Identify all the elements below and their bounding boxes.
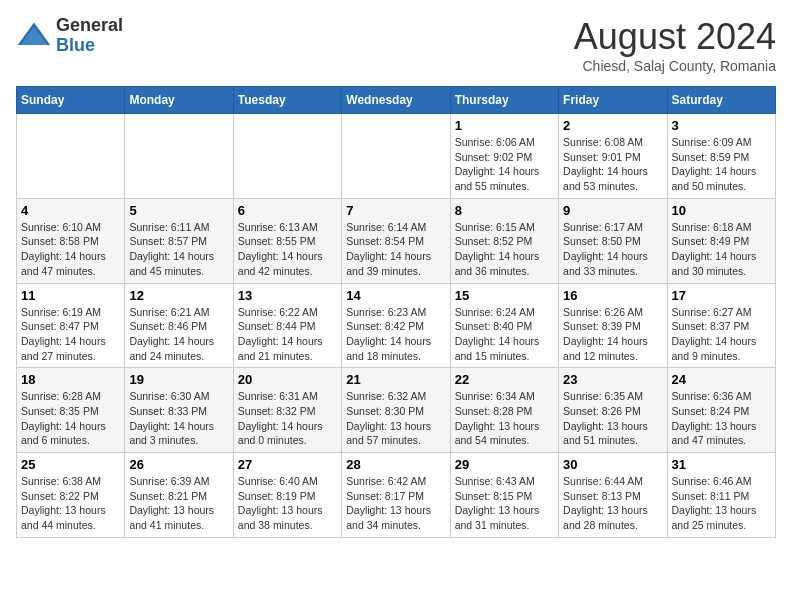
day-number: 29 xyxy=(455,457,554,472)
calendar-cell: 22Sunrise: 6:34 AMSunset: 8:28 PMDayligh… xyxy=(450,368,558,453)
day-info: Sunrise: 6:15 AMSunset: 8:52 PMDaylight:… xyxy=(455,220,554,279)
day-number: 9 xyxy=(563,203,662,218)
day-info: Sunrise: 6:19 AMSunset: 8:47 PMDaylight:… xyxy=(21,305,120,364)
day-info: Sunrise: 6:35 AMSunset: 8:26 PMDaylight:… xyxy=(563,389,662,448)
day-number: 13 xyxy=(238,288,337,303)
day-info: Sunrise: 6:28 AMSunset: 8:35 PMDaylight:… xyxy=(21,389,120,448)
day-number: 27 xyxy=(238,457,337,472)
calendar-week-4: 18Sunrise: 6:28 AMSunset: 8:35 PMDayligh… xyxy=(17,368,776,453)
calendar-cell: 21Sunrise: 6:32 AMSunset: 8:30 PMDayligh… xyxy=(342,368,450,453)
calendar-cell: 23Sunrise: 6:35 AMSunset: 8:26 PMDayligh… xyxy=(559,368,667,453)
day-info: Sunrise: 6:11 AMSunset: 8:57 PMDaylight:… xyxy=(129,220,228,279)
calendar-cell: 9Sunrise: 6:17 AMSunset: 8:50 PMDaylight… xyxy=(559,198,667,283)
logo-icon xyxy=(16,18,52,54)
calendar-cell: 8Sunrise: 6:15 AMSunset: 8:52 PMDaylight… xyxy=(450,198,558,283)
calendar-cell: 7Sunrise: 6:14 AMSunset: 8:54 PMDaylight… xyxy=(342,198,450,283)
month-title: August 2024 xyxy=(574,16,776,58)
calendar-week-3: 11Sunrise: 6:19 AMSunset: 8:47 PMDayligh… xyxy=(17,283,776,368)
day-number: 24 xyxy=(672,372,771,387)
calendar-cell xyxy=(233,114,341,199)
calendar-cell: 2Sunrise: 6:08 AMSunset: 9:01 PMDaylight… xyxy=(559,114,667,199)
day-number: 8 xyxy=(455,203,554,218)
day-info: Sunrise: 6:38 AMSunset: 8:22 PMDaylight:… xyxy=(21,474,120,533)
day-info: Sunrise: 6:24 AMSunset: 8:40 PMDaylight:… xyxy=(455,305,554,364)
calendar-cell: 28Sunrise: 6:42 AMSunset: 8:17 PMDayligh… xyxy=(342,453,450,538)
calendar-week-2: 4Sunrise: 6:10 AMSunset: 8:58 PMDaylight… xyxy=(17,198,776,283)
location-subtitle: Chiesd, Salaj County, Romania xyxy=(574,58,776,74)
weekday-header-wednesday: Wednesday xyxy=(342,87,450,114)
day-info: Sunrise: 6:46 AMSunset: 8:11 PMDaylight:… xyxy=(672,474,771,533)
calendar-cell: 4Sunrise: 6:10 AMSunset: 8:58 PMDaylight… xyxy=(17,198,125,283)
calendar-cell: 25Sunrise: 6:38 AMSunset: 8:22 PMDayligh… xyxy=(17,453,125,538)
day-number: 19 xyxy=(129,372,228,387)
day-number: 16 xyxy=(563,288,662,303)
day-number: 15 xyxy=(455,288,554,303)
calendar-cell xyxy=(342,114,450,199)
day-number: 26 xyxy=(129,457,228,472)
day-number: 31 xyxy=(672,457,771,472)
day-number: 7 xyxy=(346,203,445,218)
day-number: 3 xyxy=(672,118,771,133)
day-number: 30 xyxy=(563,457,662,472)
day-number: 25 xyxy=(21,457,120,472)
day-number: 14 xyxy=(346,288,445,303)
day-number: 2 xyxy=(563,118,662,133)
day-number: 4 xyxy=(21,203,120,218)
weekday-header-friday: Friday xyxy=(559,87,667,114)
calendar-cell: 31Sunrise: 6:46 AMSunset: 8:11 PMDayligh… xyxy=(667,453,775,538)
day-info: Sunrise: 6:32 AMSunset: 8:30 PMDaylight:… xyxy=(346,389,445,448)
calendar-cell: 10Sunrise: 6:18 AMSunset: 8:49 PMDayligh… xyxy=(667,198,775,283)
day-number: 17 xyxy=(672,288,771,303)
day-number: 1 xyxy=(455,118,554,133)
day-info: Sunrise: 6:34 AMSunset: 8:28 PMDaylight:… xyxy=(455,389,554,448)
day-info: Sunrise: 6:17 AMSunset: 8:50 PMDaylight:… xyxy=(563,220,662,279)
day-info: Sunrise: 6:22 AMSunset: 8:44 PMDaylight:… xyxy=(238,305,337,364)
weekday-header-thursday: Thursday xyxy=(450,87,558,114)
day-number: 11 xyxy=(21,288,120,303)
day-number: 21 xyxy=(346,372,445,387)
calendar-cell: 11Sunrise: 6:19 AMSunset: 8:47 PMDayligh… xyxy=(17,283,125,368)
weekday-header-saturday: Saturday xyxy=(667,87,775,114)
calendar-body: 1Sunrise: 6:06 AMSunset: 9:02 PMDaylight… xyxy=(17,114,776,538)
calendar-cell: 5Sunrise: 6:11 AMSunset: 8:57 PMDaylight… xyxy=(125,198,233,283)
calendar-cell: 26Sunrise: 6:39 AMSunset: 8:21 PMDayligh… xyxy=(125,453,233,538)
calendar-cell: 12Sunrise: 6:21 AMSunset: 8:46 PMDayligh… xyxy=(125,283,233,368)
day-number: 20 xyxy=(238,372,337,387)
weekday-header-monday: Monday xyxy=(125,87,233,114)
day-info: Sunrise: 6:23 AMSunset: 8:42 PMDaylight:… xyxy=(346,305,445,364)
day-info: Sunrise: 6:40 AMSunset: 8:19 PMDaylight:… xyxy=(238,474,337,533)
day-number: 12 xyxy=(129,288,228,303)
calendar-cell: 27Sunrise: 6:40 AMSunset: 8:19 PMDayligh… xyxy=(233,453,341,538)
day-number: 28 xyxy=(346,457,445,472)
calendar-cell: 30Sunrise: 6:44 AMSunset: 8:13 PMDayligh… xyxy=(559,453,667,538)
day-info: Sunrise: 6:13 AMSunset: 8:55 PMDaylight:… xyxy=(238,220,337,279)
calendar-cell: 19Sunrise: 6:30 AMSunset: 8:33 PMDayligh… xyxy=(125,368,233,453)
calendar-week-1: 1Sunrise: 6:06 AMSunset: 9:02 PMDaylight… xyxy=(17,114,776,199)
day-number: 5 xyxy=(129,203,228,218)
day-number: 18 xyxy=(21,372,120,387)
calendar-cell: 20Sunrise: 6:31 AMSunset: 8:32 PMDayligh… xyxy=(233,368,341,453)
day-number: 22 xyxy=(455,372,554,387)
day-info: Sunrise: 6:18 AMSunset: 8:49 PMDaylight:… xyxy=(672,220,771,279)
day-info: Sunrise: 6:21 AMSunset: 8:46 PMDaylight:… xyxy=(129,305,228,364)
calendar-cell: 15Sunrise: 6:24 AMSunset: 8:40 PMDayligh… xyxy=(450,283,558,368)
logo: General Blue xyxy=(16,16,123,56)
day-info: Sunrise: 6:39 AMSunset: 8:21 PMDaylight:… xyxy=(129,474,228,533)
day-info: Sunrise: 6:27 AMSunset: 8:37 PMDaylight:… xyxy=(672,305,771,364)
calendar-cell: 3Sunrise: 6:09 AMSunset: 8:59 PMDaylight… xyxy=(667,114,775,199)
day-number: 23 xyxy=(563,372,662,387)
day-info: Sunrise: 6:10 AMSunset: 8:58 PMDaylight:… xyxy=(21,220,120,279)
day-info: Sunrise: 6:42 AMSunset: 8:17 PMDaylight:… xyxy=(346,474,445,533)
page-header: General Blue August 2024 Chiesd, Salaj C… xyxy=(16,16,776,74)
day-info: Sunrise: 6:08 AMSunset: 9:01 PMDaylight:… xyxy=(563,135,662,194)
day-info: Sunrise: 6:09 AMSunset: 8:59 PMDaylight:… xyxy=(672,135,771,194)
day-info: Sunrise: 6:26 AMSunset: 8:39 PMDaylight:… xyxy=(563,305,662,364)
title-block: August 2024 Chiesd, Salaj County, Romani… xyxy=(574,16,776,74)
day-number: 10 xyxy=(672,203,771,218)
calendar-cell: 17Sunrise: 6:27 AMSunset: 8:37 PMDayligh… xyxy=(667,283,775,368)
calendar-cell: 6Sunrise: 6:13 AMSunset: 8:55 PMDaylight… xyxy=(233,198,341,283)
calendar-cell xyxy=(17,114,125,199)
weekday-header-tuesday: Tuesday xyxy=(233,87,341,114)
day-info: Sunrise: 6:36 AMSunset: 8:24 PMDaylight:… xyxy=(672,389,771,448)
day-info: Sunrise: 6:44 AMSunset: 8:13 PMDaylight:… xyxy=(563,474,662,533)
